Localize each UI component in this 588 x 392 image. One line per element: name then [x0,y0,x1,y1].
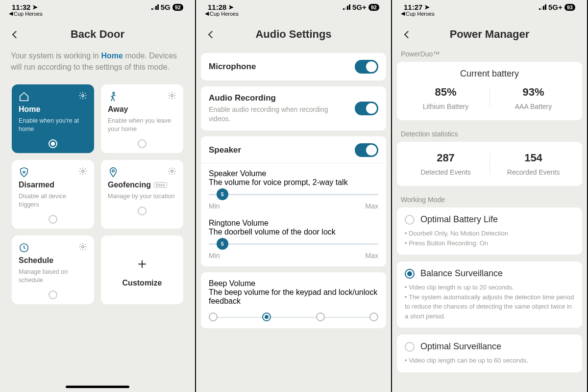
powerduo-label: PowerDuo™ [392,48,587,62]
recorded-value: 154 [490,152,577,164]
slider-thumb[interactable]: 5 [217,238,228,250]
gear-icon[interactable] [168,167,176,176]
mode-card-away[interactable]: Away Enable when you leave your home [101,84,183,153]
beep-volume-label: Beep Volume [209,279,378,288]
status-time: 11:27 [404,3,422,11]
recording-toggle[interactable] [355,102,378,115]
detected-label: Detected Events [402,168,490,176]
recording-label: Audio Recording [209,93,350,103]
ringtone-volume-label: Ringtone Volume [209,219,378,228]
speaker-toggle[interactable] [355,143,378,157]
wm-title: Balance Surveillance [420,268,503,279]
detection-label: Detection statistics [392,128,587,142]
status-bar: 11:28 ➤ 5G+ 92 [196,0,391,11]
status-battery: 93 [564,4,575,11]
status-time: 11:28 [208,3,226,11]
aaa-label: AAA Battery [490,103,577,110]
walk-icon [108,91,119,102]
step-dot-selected[interactable] [262,313,271,321]
mode-label: Away [108,105,176,114]
mode-label: GeofencingBeta [108,181,176,189]
aaa-value: 93% [490,86,577,99]
home-icon [19,91,29,102]
speaker-label: Speaker [209,145,241,155]
wm-radio[interactable] [405,342,415,352]
status-battery: 92 [368,4,379,11]
ringtone-volume-slider[interactable]: 5 MinMax [209,243,378,260]
audio-recording-card: Audio Recording Enable audio recording w… [201,86,386,131]
location-icon: ➤ [32,3,38,11]
mode-radio[interactable] [49,290,57,299]
gear-icon[interactable] [78,167,87,176]
mode-desc: Manage based on schedule [19,268,87,285]
gear-icon[interactable] [168,91,176,100]
mode-card-disarmed[interactable]: Disarmed Disable all device triggers [12,160,94,229]
mode-label: Home [19,105,87,114]
pin-icon [108,167,119,178]
wm-title: Optimal Surveillance [420,341,501,352]
microphone-toggle[interactable] [355,60,378,74]
clock-icon [19,242,29,253]
speaker-volume-label: Speaker Volume [209,169,378,178]
signal-icon [343,4,350,10]
recording-desc: Enable audio recording when recording vi… [209,105,350,124]
svg-point-7 [82,246,84,248]
wm-radio-selected[interactable] [405,269,415,279]
microphone-label: Microphone [209,62,256,72]
svg-point-5 [171,170,173,173]
mode-radio[interactable] [138,207,147,215]
beep-volume-slider[interactable] [209,313,378,321]
plus-icon: ＋ [135,254,149,274]
signal-icon [539,4,546,10]
gear-icon[interactable] [78,242,87,251]
detected-value: 287 [402,152,490,164]
wm-radio[interactable] [405,215,415,225]
mode-card-customize[interactable]: ＋ Customize [101,235,183,304]
beep-volume-card: Beep Volume The beep volume for the keyp… [201,272,386,328]
svg-point-0 [82,95,84,97]
beta-badge: Beta [154,182,167,188]
status-network: 5G [161,3,171,11]
wm-balance-surveillance[interactable]: Balance Surveillance Video clip length i… [397,261,582,328]
mode-radio[interactable] [138,139,147,148]
status-bar: 11:27 ➤ 5G+ 93 [392,0,587,11]
svg-point-3 [82,170,84,173]
svg-point-2 [171,95,173,97]
wm-desc: Video clip length can be up to 60 second… [405,356,574,366]
mode-card-schedule[interactable]: Schedule Manage based on schedule [12,235,94,304]
mode-grid: Home Enable when you're at home Away Ena… [0,78,195,311]
page-title: Power Manager [401,28,578,41]
wm-optimal-battery[interactable]: Optimal Battery Life Doorbell Only, No M… [397,208,582,255]
step-dot[interactable] [209,313,218,321]
status-time: 11:32 [12,3,30,11]
svg-point-4 [112,170,115,172]
mode-label: Customize [122,279,162,287]
header: Back Door [0,17,195,48]
signal-icon [151,4,159,10]
microphone-card: Microphone [201,53,386,80]
mode-subtitle: Your system is working in Home mode. Dev… [0,48,195,78]
shield-x-icon [19,167,29,178]
step-dot[interactable] [316,313,325,321]
ringtone-volume-desc: The doorbell volume of the door lock [209,228,378,236]
mode-card-geofencing[interactable]: GeofencingBeta Manage by your location [101,160,183,229]
screen-power-manager: 11:27 ➤ 5G+ 93 ◀ Cup Heroes Power Manage… [392,0,588,392]
mode-desc: Manage by your location [108,192,176,201]
mode-radio[interactable] [49,139,57,148]
page-title: Back Door [9,28,186,41]
mode-card-home[interactable]: Home Enable when you're at home [12,84,94,153]
speaker-card: Speaker Speaker Volume The volume for vo… [201,136,386,266]
wm-optimal-surveillance[interactable]: Optimal Surveillance Video clip length c… [397,335,582,372]
status-network: 5G+ [548,3,563,11]
speaker-volume-slider[interactable]: 5 MinMax [209,194,378,210]
mode-radio[interactable] [49,215,57,224]
header: Audio Settings [196,17,391,48]
slider-thumb[interactable]: 5 [217,188,228,200]
step-dot[interactable] [369,313,378,321]
screen-audio-settings: 11:28 ➤ 5G+ 92 ◀ Cup Heroes Audio Settin… [196,0,392,392]
speaker-volume-desc: The volume for voice prompt, 2-way talk [209,178,378,187]
mode-link[interactable]: Home [101,52,122,60]
mode-label: Schedule [19,256,87,265]
gear-icon[interactable] [78,91,87,100]
svg-point-1 [113,92,115,94]
